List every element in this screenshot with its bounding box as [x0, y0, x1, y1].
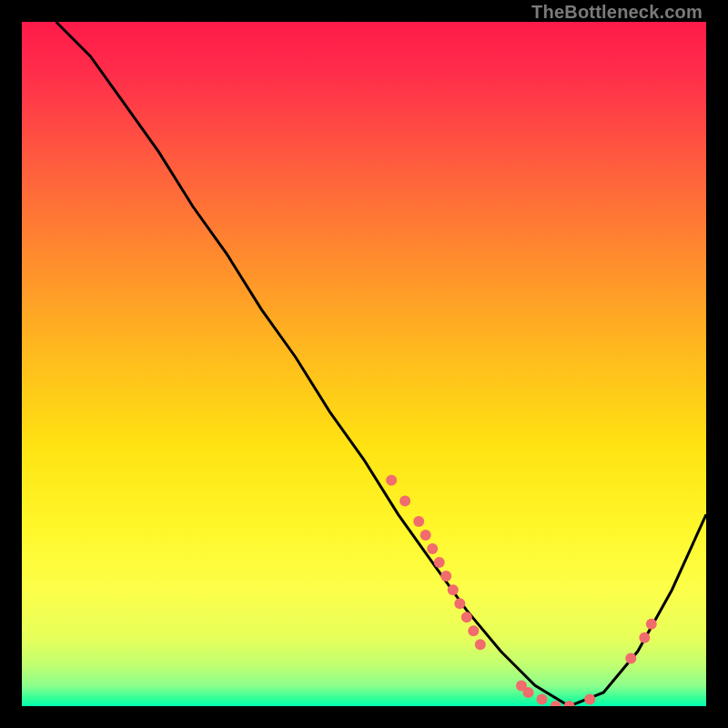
data-point: [399, 495, 410, 506]
data-point: [523, 687, 534, 698]
data-point: [537, 694, 548, 705]
data-point: [448, 584, 459, 595]
bottleneck-curve: [56, 22, 706, 706]
data-point: [434, 557, 445, 568]
data-point: [475, 639, 486, 650]
data-point: [413, 516, 424, 527]
data-point: [461, 612, 472, 622]
data-point: [386, 475, 397, 486]
data-point: [639, 632, 650, 643]
watermark-text: TheBottleneck.com: [531, 2, 703, 23]
data-point: [440, 571, 451, 581]
data-point: [454, 598, 465, 609]
plot-area: [22, 22, 706, 706]
data-point: [468, 625, 479, 636]
data-point: [646, 619, 657, 630]
data-point: [420, 530, 431, 541]
curve-svg: [22, 22, 706, 706]
chart-frame: [22, 22, 706, 706]
data-point: [427, 543, 438, 554]
curve-layer: [56, 22, 706, 706]
data-point: [584, 694, 595, 705]
data-point: [625, 652, 636, 663]
data-point: [564, 701, 575, 706]
